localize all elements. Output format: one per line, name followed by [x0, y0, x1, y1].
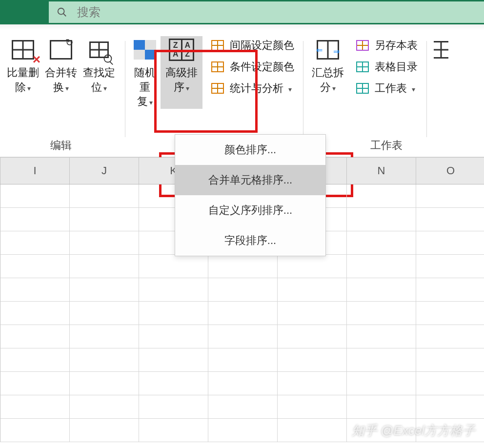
table-row: [0, 255, 484, 278]
stats-analysis-button[interactable]: 统计与分析: [208, 80, 296, 97]
summary-split-button[interactable]: ⇐⇒ 汇总拆 分: [310, 36, 345, 94]
search-box[interactable]: 搜索: [49, 1, 484, 23]
save-as-table-button[interactable]: 另存本表: [353, 37, 420, 54]
condition-color-button[interactable]: 条件设定颜色: [208, 59, 296, 75]
titlebar-shadow: [0, 24, 484, 30]
find-icon: [86, 37, 112, 62]
search-placeholder: 搜索: [77, 4, 101, 20]
partial-icon: [434, 37, 448, 62]
separator: [426, 41, 427, 137]
titlebar: 搜索: [0, 0, 484, 24]
grid-delete-icon: ×: [10, 37, 36, 62]
ribbon-group-partial: x: [430, 36, 452, 157]
merge-convert-button[interactable]: 合并转 换: [42, 36, 80, 94]
advanced-sort-button[interactable]: ZAAZ 高级排 序: [161, 36, 202, 109]
svg-line-1: [63, 14, 66, 17]
svg-point-0: [58, 8, 64, 15]
table-row: [0, 372, 484, 395]
toc-icon: [355, 60, 370, 74]
stats-icon: [210, 81, 225, 96]
condition-color-icon: [210, 60, 225, 74]
interval-color-button[interactable]: 间隔设定颜色: [208, 37, 296, 54]
menu-item-field-sort[interactable]: 字段排序...: [175, 225, 325, 256]
ribbon-group-worksheet: 另存本表 表格目录 工作表 工作表: [349, 36, 424, 157]
column-header[interactable]: N: [347, 158, 416, 184]
table-of-contents-button[interactable]: 表格目录: [353, 59, 420, 75]
separator: [303, 41, 303, 137]
interval-color-icon: [210, 38, 225, 53]
menu-item-color-sort[interactable]: 颜色排序...: [175, 135, 325, 165]
table-row: [0, 419, 484, 442]
column-header[interactable]: J: [70, 158, 139, 184]
column-header[interactable]: O: [416, 158, 484, 184]
column-header[interactable]: I: [0, 158, 70, 184]
random-duplicate-button[interactable]: 随机重 复: [129, 36, 161, 109]
table-row: [0, 348, 484, 372]
find-locate-button[interactable]: 查找定 位: [80, 36, 118, 94]
separator: [125, 41, 125, 137]
random-dup-icon: [132, 37, 158, 62]
advanced-sort-menu: 颜色排序... 合并单元格排序... 自定义序列排序... 字段排序...: [175, 134, 326, 256]
partial-button[interactable]: x: [434, 36, 448, 80]
save-as-icon: [355, 38, 370, 53]
table-row: [0, 302, 484, 325]
menu-item-merged-cell-sort[interactable]: 合并单元格排序...: [175, 165, 325, 195]
worksheet-menu-button[interactable]: 工作表: [353, 80, 420, 97]
merge-convert-icon: [48, 37, 74, 62]
table-row: [0, 325, 484, 348]
worksheet-icon: [355, 81, 370, 96]
group-edit-label: 编辑: [50, 138, 72, 157]
batch-delete-button[interactable]: × 比量删 除: [4, 36, 42, 94]
menu-item-custom-list-sort[interactable]: 自定义序列排序...: [175, 195, 325, 225]
search-icon: [57, 7, 67, 18]
group-worksheet-label: 工作表: [370, 138, 403, 157]
split-icon: ⇐⇒: [315, 37, 341, 62]
table-row: [0, 278, 484, 302]
sort-za-icon: ZAAZ: [169, 37, 194, 62]
ribbon-group-edit: × 比量删 除 合并转 换 查找定 位 编辑: [0, 36, 122, 157]
table-row: [0, 395, 484, 419]
